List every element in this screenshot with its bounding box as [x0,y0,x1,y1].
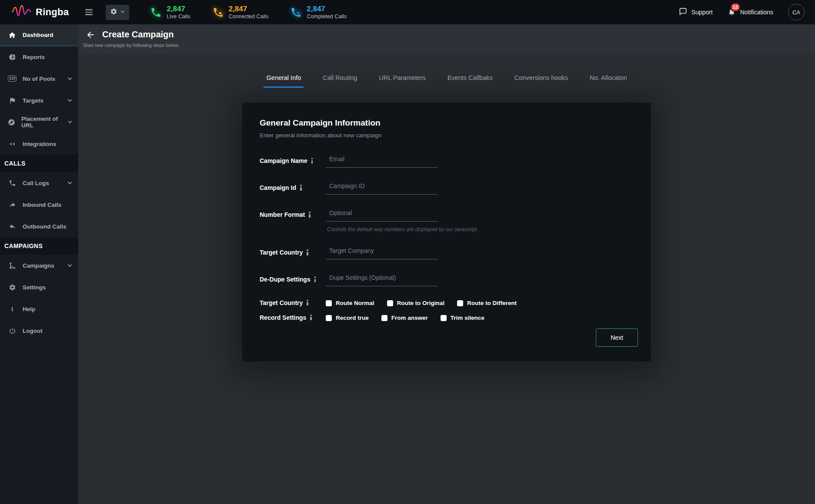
sidebar-item-inbound-calls[interactable]: Inbound Calls [0,194,78,216]
sidebar-item-settings[interactable]: Settings [0,276,78,298]
dedupe-settings-input[interactable] [326,272,438,286]
chat-icon [679,7,687,17]
tab-call-routing[interactable]: Call Routing [320,74,360,88]
tab-no-allocaton[interactable]: No. Allocaton [587,74,629,88]
arrow-reply-icon [8,223,17,230]
sidebar-item-reports[interactable]: Reports [0,46,78,68]
tab-conversions-hooks[interactable]: Conversions hooks [512,74,571,88]
campaign-name-input[interactable] [326,153,438,168]
number-format-label: Number Format [260,211,305,218]
chevron-down-icon [120,11,125,13]
branch-icon [8,262,17,269]
sidebar-item-campaigns[interactable]: Campaigns [0,255,78,276]
form-row-record-settings: Record Settings Record true From answer … [260,314,638,321]
phone-connected-icon [212,7,224,18]
call-stats: 2,847 Live Calls 2,847 Connected Calls 2… [150,4,347,20]
sidebar-item-label: Placement of URL [21,116,63,129]
sidebar-item-integrations[interactable]: Integrations [0,133,78,155]
sidebar-section-campaigns: CAMPAIGNS [0,237,78,255]
sidebar-item-targets[interactable]: Targets [0,90,78,111]
info-icon [310,315,312,321]
checkbox-icon[interactable] [457,300,463,306]
checkbox-icon[interactable] [441,315,447,321]
sidebar-item-logout[interactable]: Logout [0,320,78,342]
sidebar-item-outbound-calls[interactable]: Outbound Calls [0,216,78,237]
dedupe-settings-label: De-Dupe Settings [260,276,311,283]
sidebar-item-label: Help [23,306,35,312]
info-icon [314,276,316,282]
brand[interactable]: Ringba [0,4,69,20]
chevron-down-icon [68,76,72,80]
sidebar-item-call-logs[interactable]: Call Logs [0,172,78,194]
next-button[interactable]: Next [596,328,638,347]
campaign-id-input[interactable] [326,180,438,195]
from-answer-checkbox[interactable]: From answer [381,315,428,321]
notifications-button[interactable]: 12 Notifications [728,7,773,17]
chevron-down-icon [68,262,72,267]
route-to-original-checkbox[interactable]: Route to Original [387,300,445,306]
info-icon [300,185,302,191]
chevron-down-icon [68,180,72,184]
sidebar-item-dashboard[interactable]: Dashboard [0,24,78,46]
sidebar-item-placement-of-url[interactable]: Placement of URL [0,111,78,133]
numbers-123-icon: 123 [8,76,17,81]
form-row-campaign-id: Campaign Id [260,180,638,195]
sidebar-item-no-of-pools[interactable]: 123 No of Pools [0,68,78,90]
checkbox-icon[interactable] [326,315,332,321]
info-icon [309,212,311,218]
avatar[interactable]: CA [788,4,805,20]
topbar: Ringba 2,847 Live Calls 2,847 Connecte [0,0,815,24]
form-row-target-country: Target Country [260,245,638,259]
notifications-badge: 12 [730,3,741,12]
completed-calls-label: Completed Calls [307,13,347,20]
arrows-left-right-icon [8,140,17,148]
back-arrow-icon[interactable] [86,30,95,40]
tab-events-callbaks[interactable]: Events Callbaks [445,74,495,88]
sidebar-item-help[interactable]: i Help [0,298,78,320]
flag-pin-icon [8,97,17,104]
checkbox-icon[interactable] [381,315,387,321]
tab-general-info[interactable]: General Info [264,74,304,88]
page-title: Create Campaign [102,30,174,40]
gear-icon [8,284,17,291]
form-row-campaign-name: Campaign Name [260,153,638,168]
campaign-id-label: Campaign Id [260,184,296,191]
route-normal-checkbox[interactable]: Route Normal [326,300,374,306]
completed-calls-stat: 2,847 Completed Calls [290,4,347,20]
sidebar-item-label: Logout [23,328,43,334]
page-subtitle: Start new campagin by following steps be… [83,43,815,48]
info-icon [307,249,308,255]
menu-toggle-icon[interactable] [85,9,93,15]
pie-chart-icon [8,53,17,61]
checkbox-icon[interactable] [387,300,393,306]
form-row-dedupe-settings: De-Dupe Settings [260,272,638,286]
card-title: General Campaign Information [260,118,638,128]
sidebar-item-label: Dashboard [23,32,53,38]
phone-completed-icon [290,7,302,18]
main-content: Create Campaign Start new campagin by fo… [78,0,815,361]
sidebar-item-label: Outbound Calls [23,223,67,230]
sidebar: Dashboard Reports 123 No of Pools Target… [0,24,78,504]
campaign-form: Campaign Name Campaign Id Number F [260,153,638,347]
route-to-different-checkbox[interactable]: Route to Different [457,300,517,306]
sidebar-item-label: Settings [23,284,46,291]
quick-settings-button[interactable] [106,5,129,20]
notifications-label: Notifications [740,9,773,16]
phone-icon [8,179,17,187]
sidebar-item-label: Call Logs [23,180,49,186]
chevron-down-icon [68,119,72,123]
target-country-input[interactable] [326,245,438,259]
trim-silence-checkbox[interactable]: Trim silence [441,315,484,321]
record-true-checkbox[interactable]: Record true [326,315,369,321]
record-settings-label: Record Settings [260,314,306,321]
checkbox-icon[interactable] [326,300,332,306]
sidebar-item-label: Campaigns [23,262,54,269]
page-header: Create Campaign Start new campagin by fo… [78,24,815,53]
sidebar-item-label: Reports [23,54,45,60]
form-row-route-settings: Target Country Route Normal Route to Ori… [260,299,638,306]
support-button[interactable]: Support [679,7,713,17]
sidebar-item-label: Inbound Calls [23,202,61,208]
card-subtitle: Enter general information about new camp… [260,132,638,139]
tab-url-parameters[interactable]: URL Parameters [376,74,428,88]
number-format-input[interactable] [326,207,438,222]
